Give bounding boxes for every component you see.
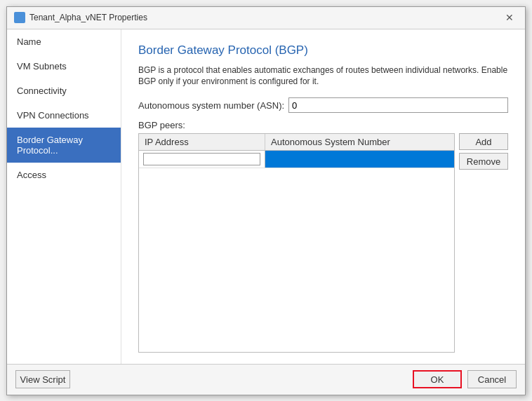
ok-button[interactable]: OK (413, 370, 462, 388)
sidebar-item-border-gateway[interactable]: Border Gateway Protocol... (7, 128, 121, 163)
properties-dialog: Tenant_Alpha_vNET Properties ✕ Name VM S… (6, 6, 526, 395)
content-description: BGP is a protocol that enables automatic… (138, 64, 508, 88)
view-script-button[interactable]: View Script (15, 370, 70, 388)
table-area: IP Address Autonomous System Number Ad (138, 133, 508, 352)
content-area: Border Gateway Protocol (BGP) BGP is a p… (121, 29, 525, 364)
asn-header: Autonomous System Number (265, 134, 454, 150)
table-row[interactable] (139, 151, 454, 168)
sidebar-item-name[interactable]: Name (7, 29, 121, 54)
footer-left: View Script (15, 370, 70, 388)
sidebar-item-access[interactable]: Access (7, 163, 121, 187)
bgp-peers-label: BGP peers: (138, 120, 508, 130)
window-body: Name VM Subnets Connectivity VPN Connect… (7, 29, 525, 364)
title-bar: Tenant_Alpha_vNET Properties ✕ (7, 7, 525, 29)
ip-input[interactable] (143, 153, 260, 165)
ip-cell (139, 151, 265, 168)
table-body (139, 151, 454, 351)
sidebar-item-connectivity[interactable]: Connectivity (7, 79, 121, 103)
add-button[interactable]: Add (459, 133, 508, 150)
remove-button[interactable]: Remove (459, 153, 508, 170)
sidebar-item-vm-subnets[interactable]: VM Subnets (7, 54, 121, 79)
table-buttons: Add Remove (459, 133, 508, 352)
asn-row: Autonomous system number (ASN): (138, 97, 508, 113)
cancel-button[interactable]: Cancel (467, 370, 517, 388)
asn-cell (265, 151, 454, 168)
asn-input[interactable] (288, 97, 508, 113)
title-bar-content: Tenant_Alpha_vNET Properties (14, 12, 147, 23)
window-title: Tenant_Alpha_vNET Properties (29, 13, 147, 22)
bgp-peers-table: IP Address Autonomous System Number (138, 133, 455, 352)
sidebar: Name VM Subnets Connectivity VPN Connect… (7, 29, 121, 364)
table-header: IP Address Autonomous System Number (139, 134, 454, 151)
content-title: Border Gateway Protocol (BGP) (138, 43, 508, 57)
footer: View Script OK Cancel (7, 364, 525, 395)
close-button[interactable]: ✕ (501, 11, 518, 25)
ip-address-header: IP Address (139, 134, 265, 150)
app-icon (14, 12, 25, 23)
sidebar-item-vpn-connections[interactable]: VPN Connections (7, 103, 121, 128)
footer-right: OK Cancel (413, 370, 517, 388)
asn-label: Autonomous system number (ASN): (138, 100, 284, 111)
